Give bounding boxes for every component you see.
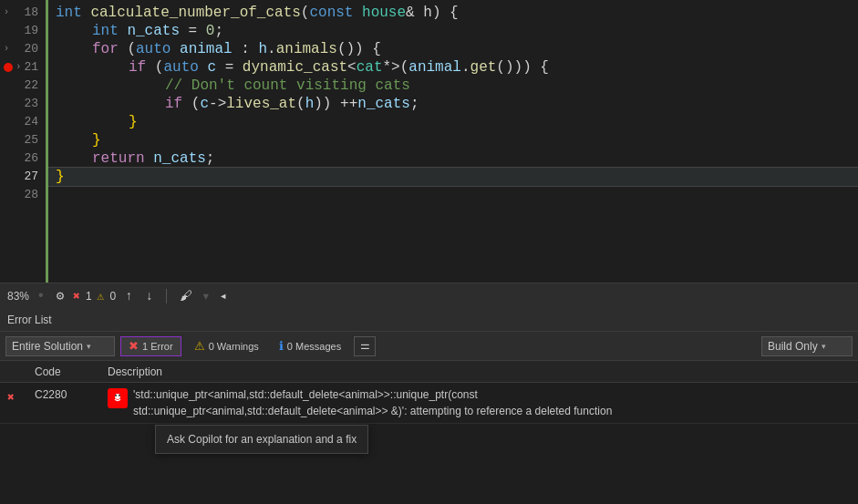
error-status-icon: ✖ [73, 289, 80, 303]
error-table-header: Code Description [0, 361, 858, 383]
line-num-26: 26 [0, 149, 46, 168]
col-header-code: Code [27, 365, 100, 378]
line-num-28: 28 [0, 186, 46, 204]
copilot-svg [111, 392, 124, 405]
zoom-level: 83% [7, 290, 29, 303]
error-list-toolbar: Entire Solution ▾ ✖ 1 Error ⚠ 0 Warnings… [0, 332, 858, 361]
chevron-left-icon[interactable]: ◂ [216, 288, 231, 303]
error-row-description: 'std::unique_ptr<animal,std::default_del… [100, 386, 858, 419]
code-line-23: if (c->lives_at(h)) ++n_cats; [48, 95, 858, 113]
error-list-title: Error List [7, 314, 52, 326]
warning-count-label: 0 Warnings [209, 341, 259, 352]
col-header-description: Description [100, 365, 858, 378]
error-count-label: 1 Error [142, 341, 173, 352]
error-desc-line1: 'std::unique_ptr<animal,std::default_del… [133, 386, 612, 403]
error-row-indicator: ✖ [0, 386, 27, 405]
code-line-24: } [48, 113, 858, 131]
error-desc-line2: std::unique_ptr<animal,std::default_dele… [133, 403, 612, 419]
code-content[interactable]: int calculate_number_of_cats(const house… [48, 0, 858, 283]
code-line-20: for (auto animal : h.animals()) { [48, 40, 858, 58]
warning-btn-icon: ⚠ [194, 339, 205, 353]
build-filter-label: Build Only [768, 340, 818, 353]
collapse-arrow-21[interactable]: › [16, 58, 21, 77]
info-btn-icon: ℹ [279, 339, 284, 353]
error-filter-button[interactable]: ✖ 1 Error [120, 336, 181, 356]
error-row-icon: ✖ [7, 390, 15, 405]
filter-button[interactable]: ⚌ [354, 336, 376, 356]
line-num-19: 19 [0, 22, 46, 40]
message-filter-button[interactable]: ℹ 0 Messages [272, 336, 348, 356]
error-row-code: C2280 [27, 386, 100, 401]
editor-toolbar: 83% • ⚙ ✖ 1 ⚠ 0 ↑ ↓ 🖌 ▾ ◂ [0, 283, 858, 308]
line-num-24: 24 [0, 113, 46, 131]
build-filter-arrow: ▾ [822, 342, 826, 351]
copilot-tooltip: Ask Copilot for an explanation and a fix [155, 425, 368, 454]
line-num-21: › 21 [0, 58, 46, 77]
line-num-20: › 20 [0, 40, 46, 58]
nav-down-icon[interactable]: ↓ [142, 289, 157, 303]
collapse-arrow-18[interactable]: › [4, 4, 9, 22]
line-num-23: 23 [0, 95, 46, 113]
error-list-panel: Error List Entire Solution ▾ ✖ 1 Error ⚠… [0, 308, 858, 424]
code-line-27: } [48, 168, 858, 186]
line-num-18: › 18 [0, 4, 46, 22]
warning-count: 0 [109, 290, 116, 303]
code-line-26: return n_cats; [48, 149, 858, 168]
scope-label: Entire Solution [12, 340, 83, 353]
error-count: 1 [86, 290, 92, 303]
line-gutter: › 18 19 › 20 › 21 22 23 24 25 26 27 [0, 0, 46, 283]
svg-point-0 [115, 394, 120, 399]
toolbar-separator [166, 289, 167, 303]
code-line-22: // Don't count visiting cats [48, 77, 858, 95]
collapse-arrow-20[interactable]: › [4, 40, 9, 58]
settings-icon[interactable]: ⚙ [53, 288, 67, 303]
line-num-25: 25 [0, 131, 46, 149]
code-line-18: int calculate_number_of_cats(const house… [48, 4, 858, 22]
line-num-22: 22 [0, 77, 46, 95]
error-btn-icon: ✖ [129, 339, 139, 353]
code-line-19: int n_cats = 0; [48, 22, 858, 40]
nav-up-icon[interactable]: ↑ [121, 289, 136, 303]
format-icon[interactable]: 🖌 [176, 289, 196, 303]
scope-dropdown[interactable]: Entire Solution ▾ [5, 336, 115, 356]
message-count-label: 0 Messages [287, 341, 341, 352]
error-row-0[interactable]: ✖ C2280 'std::unique_ptr<animal,std [0, 383, 858, 424]
code-line-25: } [48, 131, 858, 149]
line-num-27: 27 [0, 168, 46, 186]
svg-point-1 [115, 395, 117, 396]
warning-filter-button[interactable]: ⚠ 0 Warnings [187, 336, 266, 356]
filter-icon: ⚌ [360, 339, 370, 353]
copilot-error-icon[interactable] [108, 388, 128, 408]
build-filter-dropdown[interactable]: Build Only ▾ [761, 336, 853, 356]
error-list-header: Error List [0, 308, 858, 332]
code-editor: › 18 19 › 20 › 21 22 23 24 25 26 27 [0, 0, 858, 283]
code-line-28 [48, 186, 858, 204]
scope-dropdown-arrow: ▾ [87, 342, 91, 351]
code-line-21: if (auto c = dynamic_cast<cat*>(animal.g… [48, 58, 858, 77]
warning-status-icon: ⚠ [98, 289, 105, 303]
svg-point-2 [119, 395, 120, 396]
breakpoint-dot-21[interactable] [4, 63, 13, 72]
